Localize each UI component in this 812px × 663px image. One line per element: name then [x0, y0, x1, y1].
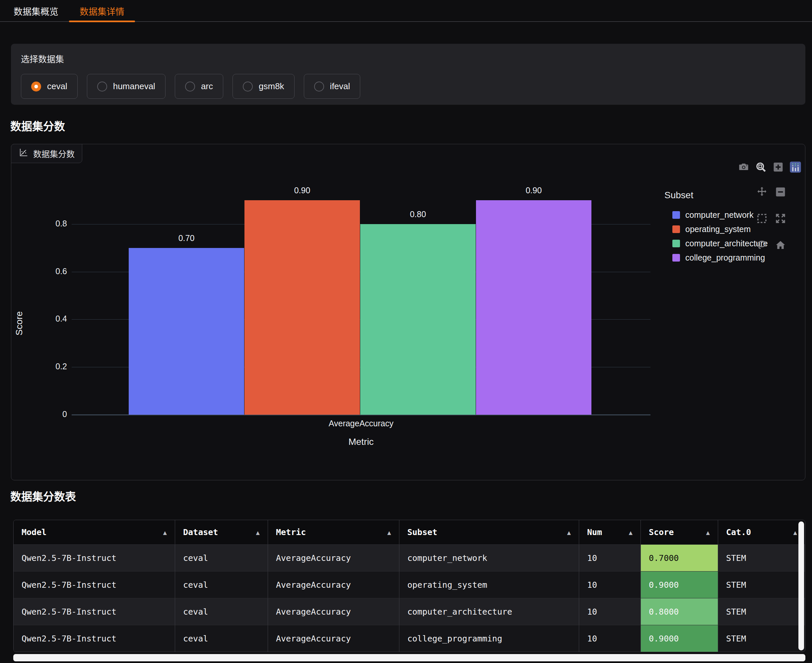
dataset-radio-gsm8k[interactable]: gsm8k — [233, 74, 295, 99]
dataset-radio-ceval[interactable]: ceval — [21, 74, 78, 99]
plot-modebar-extra — [755, 186, 787, 265]
plotly-logo-icon[interactable] — [789, 161, 802, 173]
bar-operating_system[interactable] — [245, 200, 360, 415]
table-header-cat-0[interactable]: Cat.0▲ — [718, 520, 805, 544]
column-title: Metric — [276, 527, 306, 537]
zoom-in-icon[interactable] — [772, 161, 784, 173]
x-axis-tick-label: AverageAccuracy — [72, 419, 650, 428]
bar-computer_architecture[interactable] — [360, 224, 476, 415]
tab-dataset-details-label: 数据集详情 — [79, 5, 125, 18]
lasso-icon[interactable] — [755, 239, 768, 251]
sort-asc-icon[interactable]: ▲ — [387, 529, 391, 536]
column-title: Cat.0 — [726, 527, 751, 537]
table-row[interactable]: Qwen2.5-7B-InstructcevalAverageAccuracyo… — [14, 571, 805, 598]
legend-swatch-icon — [673, 211, 680, 219]
bar-value-label: 0.70 — [129, 233, 244, 243]
cell-num: 10 — [579, 625, 640, 652]
legend-swatch-icon — [673, 225, 680, 233]
sort-asc-icon[interactable]: ▲ — [163, 529, 167, 536]
zoom-out-icon[interactable] — [774, 186, 787, 198]
sort-asc-icon[interactable]: ▲ — [793, 529, 797, 536]
column-title: Dataset — [183, 527, 218, 537]
cell-num: 10 — [579, 571, 640, 598]
table-header-row: Model▲Dataset▲Metric▲Subset▲Num▲Score▲Ca… — [14, 520, 805, 544]
table-row[interactable]: Qwen2.5-7B-InstructcevalAverageAccuracyc… — [14, 544, 805, 571]
chart-panel: 数据集分数 — [11, 144, 806, 480]
dataset-radio-label: humaneval — [113, 81, 155, 92]
sort-asc-icon[interactable]: ▲ — [567, 529, 571, 536]
legend-swatch-icon — [673, 240, 680, 247]
tab-dataset-overview[interactable]: 数据集概览 — [3, 0, 69, 22]
box-select-icon[interactable] — [755, 212, 768, 225]
legend-item-label: college_programming — [685, 253, 765, 262]
tab-dataset-details[interactable]: 数据集详情 — [69, 0, 135, 22]
cell-metric: AverageAccuracy — [268, 571, 399, 598]
radio-unselected-icon — [185, 82, 195, 92]
plot-modebar — [737, 161, 802, 173]
legend-item-label: computer_network — [685, 210, 754, 220]
radio-unselected-icon — [97, 82, 107, 92]
table-header-metric[interactable]: Metric▲ — [268, 520, 399, 544]
table-row[interactable]: Qwen2.5-7B-InstructcevalAverageAccuracyc… — [14, 625, 805, 652]
cell-dataset: ceval — [175, 598, 268, 625]
column-title: Model — [21, 527, 47, 537]
cell-model: Qwen2.5-7B-Instruct — [14, 598, 175, 625]
column-title: Score — [649, 527, 674, 537]
table-header-score[interactable]: Score▲ — [640, 520, 718, 544]
y-axis-tick-label: 0.6 — [11, 267, 67, 276]
cell-num: 10 — [579, 598, 640, 625]
table-header-dataset[interactable]: Dataset▲ — [175, 520, 268, 544]
bar-value-label: 0.90 — [476, 186, 592, 195]
table-body: Qwen2.5-7B-InstructcevalAverageAccuracyc… — [14, 544, 805, 652]
camera-icon[interactable] — [737, 161, 750, 173]
cell-dataset: ceval — [175, 571, 268, 598]
autoscale-icon[interactable] — [774, 212, 787, 225]
cell-dataset: ceval — [175, 625, 268, 652]
cell-cat0: STEM — [718, 571, 805, 598]
cell-cat0: STEM — [718, 545, 805, 571]
cell-model: Qwen2.5-7B-Instruct — [14, 571, 175, 598]
dataset-radio-humaneval[interactable]: humaneval — [87, 74, 165, 99]
dataset-radio-ifeval[interactable]: ifeval — [304, 74, 361, 99]
column-title: Subset — [407, 527, 437, 537]
radio-unselected-icon — [243, 82, 253, 92]
cell-metric: AverageAccuracy — [268, 545, 399, 571]
cell-dataset: ceval — [175, 545, 268, 571]
dataset-radio-label: ceval — [47, 81, 67, 92]
y-axis-tick-label: 0.2 — [11, 362, 67, 371]
y-axis-tick-label: 0.8 — [11, 219, 67, 228]
bar-computer_network[interactable] — [129, 248, 244, 415]
bar-college_programming[interactable] — [476, 200, 592, 415]
pan-icon[interactable] — [755, 186, 768, 198]
table-row[interactable]: Qwen2.5-7B-InstructcevalAverageAccuracyc… — [14, 598, 805, 625]
dataset-radio-label: ifeval — [330, 81, 350, 92]
reset-axes-icon[interactable] — [774, 239, 787, 251]
bar-value-label: 0.90 — [245, 186, 360, 195]
dataset-selector-label: 选择数据集 — [21, 52, 796, 65]
cell-score: 0.9000 — [640, 571, 718, 598]
cell-metric: AverageAccuracy — [268, 625, 399, 652]
dataset-radio-label: gsm8k — [259, 81, 284, 92]
sort-asc-icon[interactable]: ▲ — [629, 529, 632, 536]
sort-asc-icon[interactable]: ▲ — [256, 529, 260, 536]
table-header-num[interactable]: Num▲ — [579, 520, 640, 544]
dataset-radio-group: cevalhumanevalarcgsm8kifeval — [21, 74, 796, 99]
top-tabbar: 数据集概览 数据集详情 — [0, 0, 812, 22]
x-axis-title: Metric — [72, 437, 650, 447]
table-header-model[interactable]: Model▲ — [14, 520, 175, 544]
sort-asc-icon[interactable]: ▲ — [706, 529, 710, 536]
bar-value-label: 0.80 — [360, 210, 476, 219]
table-horizontal-scrollbar[interactable] — [13, 654, 806, 661]
table-vertical-scrollbar[interactable] — [798, 521, 804, 650]
chart-panel-label-text: 数据集分数 — [33, 147, 75, 160]
dataset-radio-arc[interactable]: arc — [175, 74, 223, 99]
table-section-heading: 数据集分数表 — [10, 489, 812, 505]
radio-unselected-icon — [314, 82, 324, 92]
zoom-icon[interactable] — [755, 161, 767, 173]
cell-model: Qwen2.5-7B-Instruct — [14, 545, 175, 571]
radio-selected-icon — [31, 82, 41, 92]
legend-item-label: operating_system — [685, 225, 750, 234]
legend-swatch-icon — [673, 254, 680, 262]
table-header-subset[interactable]: Subset▲ — [399, 520, 579, 544]
cell-model: Qwen2.5-7B-Instruct — [14, 625, 175, 652]
